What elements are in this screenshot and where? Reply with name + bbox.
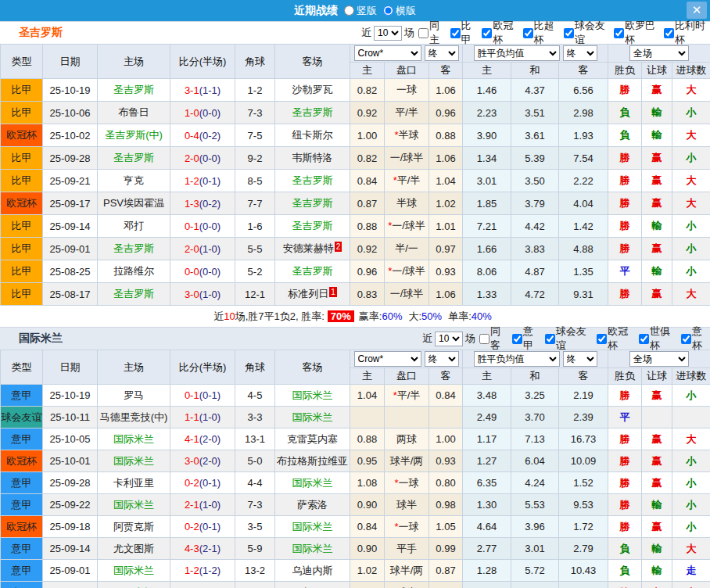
- bookmaker-select[interactable]: Crow*: [354, 351, 421, 367]
- odds-home-value: 0.87: [350, 192, 385, 215]
- home-team-name: 圣吉罗斯: [113, 288, 154, 299]
- same-venue-option[interactable]: 同客: [475, 324, 508, 353]
- league-filter-checkbox[interactable]: [545, 334, 555, 344]
- league-filter-checkbox[interactable]: [523, 28, 533, 38]
- same-venue-label: 同客: [490, 324, 508, 353]
- same-venue-checkbox[interactable]: [479, 334, 489, 344]
- league-filter-option[interactable]: 世俱杯: [635, 324, 677, 353]
- mean-away-header: 客: [559, 368, 608, 385]
- result-wdl: 勝: [608, 385, 642, 407]
- away-team-cell: 乌迪内斯: [275, 560, 350, 582]
- mean-draw-value: 3.96: [511, 516, 559, 538]
- away-team-name: 圣吉罗斯: [292, 265, 333, 277]
- home-team-cell: 国际米兰: [98, 450, 170, 472]
- mean-away-value: 10.43: [559, 560, 608, 582]
- halftime-score: (1-2): [199, 565, 221, 576]
- league-filter-checkbox[interactable]: [482, 28, 492, 38]
- vertical-layout-radio[interactable]: [344, 5, 354, 16]
- recent-count-select[interactable]: 10: [435, 332, 463, 346]
- league-filter-checkbox[interactable]: [639, 334, 649, 344]
- league-filter-checkbox[interactable]: [597, 334, 607, 344]
- handicap-text: 球半: [396, 499, 417, 511]
- league-filter-option[interactable]: 球会友谊: [560, 19, 610, 47]
- odds-home-value: [350, 407, 385, 428]
- match-date: 25-09-21: [43, 170, 98, 192]
- handicap-text: 一球: [396, 84, 417, 95]
- result-wdl: 勝: [608, 215, 642, 238]
- result-wdl: 平: [608, 260, 642, 283]
- handicap-text: 球半/两: [390, 455, 424, 467]
- match-date: 25-09-28: [43, 147, 98, 170]
- layout-vertical-option[interactable]: 竖版: [338, 4, 377, 18]
- score-cell: 1-3(0-2): [170, 192, 235, 215]
- close-button[interactable]: ✕: [687, 2, 707, 19]
- fulltime-score: 2-0: [185, 243, 199, 255]
- home-team-name: 亨克: [124, 174, 144, 186]
- mean-final-select[interactable]: 终: [563, 45, 597, 61]
- odds-away-value: 1.02: [429, 192, 463, 215]
- odds-home-value: 0.92: [350, 102, 385, 124]
- mean-away-value: 7.54: [559, 147, 608, 170]
- score-cell: 4-3(2-1): [170, 538, 235, 560]
- league-filter-checkbox[interactable]: [614, 28, 624, 38]
- league-filter-checkbox[interactable]: [512, 334, 522, 344]
- home-team-cell: 圣吉罗斯(中): [98, 124, 170, 147]
- halftime-score: (0-2): [199, 130, 221, 142]
- summary-item-value: 40%: [472, 310, 492, 322]
- corner-count: 5-9: [235, 538, 275, 560]
- corner-count: 9-2: [235, 147, 275, 170]
- mean-select[interactable]: 胜平负均值: [474, 45, 560, 61]
- league-filter-option[interactable]: 欧冠杯: [593, 324, 635, 353]
- league-filter-option[interactable]: 意甲: [508, 324, 541, 353]
- same-venue-checkbox[interactable]: [418, 28, 429, 38]
- final-odds-select[interactable]: 终: [425, 45, 459, 61]
- home-team-name: 罗马: [124, 389, 144, 401]
- final-odds-select[interactable]: 终: [425, 351, 459, 367]
- result-goals: 走: [672, 560, 710, 582]
- fulltime-select[interactable]: 全场: [629, 351, 689, 367]
- league-filter-checkbox[interactable]: [564, 28, 574, 38]
- handicap-text: 平手: [396, 543, 417, 554]
- odds-away-value: 0.97: [429, 238, 463, 260]
- match-date: 25-09-22: [43, 494, 98, 516]
- mean-final-select[interactable]: 终: [563, 351, 597, 367]
- league-filter-label: 意杯: [692, 324, 710, 353]
- league-filter-checkbox[interactable]: [450, 28, 461, 38]
- halftime-score: (1-0): [199, 411, 221, 423]
- mean-home-value: 1.36: [463, 582, 511, 588]
- handicap-value: *平/半: [385, 385, 429, 407]
- league-filter-option[interactable]: 比超杯: [519, 19, 560, 47]
- league-filter-option[interactable]: 比利时杯: [660, 19, 710, 47]
- league-filter-option[interactable]: 欧罗巴杯: [610, 19, 660, 47]
- mean-home-value: 2.77: [463, 538, 511, 560]
- league-filter-option[interactable]: 欧冠杯: [478, 19, 518, 47]
- same-venue-option[interactable]: 同主: [414, 19, 446, 47]
- score-cell: 1-2(0-1): [170, 170, 235, 192]
- horizontal-layout-radio[interactable]: [383, 5, 393, 16]
- mean-home-value: 1.33: [463, 283, 511, 306]
- summary-item-label: 赢率:: [359, 310, 382, 324]
- league-filter-option[interactable]: 意杯: [677, 324, 710, 353]
- fulltime-select[interactable]: 全场: [629, 45, 689, 61]
- match-date: 25-08-25: [43, 260, 98, 283]
- score-cell: 0-2(0-1): [170, 516, 235, 538]
- handicap-value: 平/半: [385, 102, 429, 124]
- league-filter-checkbox[interactable]: [681, 334, 691, 344]
- mean-draw-value: 4.87: [511, 260, 559, 283]
- handicap-text: 平/半: [397, 174, 421, 186]
- league-badge: 欧冠杯: [1, 516, 43, 538]
- away-team-cell: 安德莱赫特2: [275, 238, 350, 260]
- odds-away-value: 1.00: [429, 428, 463, 450]
- league-filter-option[interactable]: 球会友谊: [541, 324, 593, 353]
- league-filter-option[interactable]: 比甲: [446, 19, 479, 47]
- home-team-cell: 圣吉罗斯: [98, 79, 170, 102]
- odds-away-header: 客: [429, 63, 463, 79]
- league-filter-checkbox[interactable]: [664, 28, 674, 38]
- layout-horizontal-option[interactable]: 横版: [377, 4, 416, 18]
- bookmaker-select[interactable]: Crow*: [354, 45, 421, 61]
- recent-count-select[interactable]: 10: [374, 26, 402, 41]
- result-wdl: 勝: [608, 238, 642, 260]
- mean-select[interactable]: 胜平负均值: [474, 351, 560, 367]
- home-team-cell: PSV埃因霍温: [98, 192, 170, 215]
- result-handicap: 輸: [642, 215, 672, 238]
